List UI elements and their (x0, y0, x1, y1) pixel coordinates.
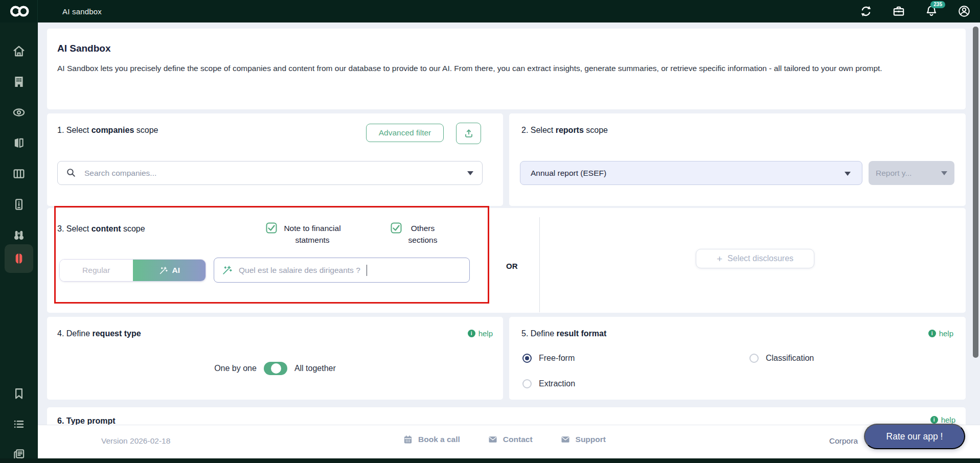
radio-label: Classification (766, 354, 814, 363)
brain-icon (12, 251, 26, 266)
upload-icon (463, 128, 474, 139)
content-scope-title: 3. Select content scope (57, 224, 145, 234)
page-title: AI Sandbox (57, 43, 954, 54)
reports-scope-panel: 2. Select reports scope Annual report (E… (509, 113, 966, 206)
sidebar-item-ai-sandbox-active[interactable] (5, 244, 33, 273)
result-format-panel: 5. Define result format i help Free-form… (509, 317, 966, 400)
ai-mode-button[interactable]: AI (133, 260, 206, 281)
columns-icon (12, 167, 26, 181)
radio-selected-icon[interactable] (522, 354, 532, 363)
advanced-filter-button[interactable]: Advanced filter (366, 124, 444, 142)
home-icon (12, 44, 26, 58)
sidebar-item-companies[interactable] (0, 67, 38, 96)
report-type-value: Annual report (ESEF) (531, 169, 606, 178)
bell-icon[interactable]: 235 (925, 5, 938, 18)
radio-icon[interactable] (522, 379, 532, 388)
sidebar-item-watchlist[interactable] (0, 98, 38, 127)
upload-button[interactable] (456, 123, 481, 144)
checkbox-label: Note to financial statments (281, 222, 344, 246)
content-mode-toggle: Regular AI (59, 259, 206, 282)
sidebar-item-home[interactable] (0, 37, 38, 65)
reports-scope-title: 2. Select reports scope (521, 126, 608, 135)
eye-icon (12, 105, 26, 120)
report-type-select[interactable]: Annual report (ESEF) (520, 161, 862, 185)
topbar-title: AI sandbox (62, 7, 102, 16)
book-a-call-link[interactable]: Book a call (403, 434, 460, 445)
sidebar-item-compare[interactable] (0, 129, 38, 157)
magic-wand-icon (221, 265, 233, 276)
radio-label: Extraction (539, 379, 575, 388)
building-icon (12, 75, 26, 89)
switch-knob[interactable] (271, 363, 281, 374)
checkbox-note-financial[interactable]: Note to financial statments (266, 222, 344, 246)
ai-prompt-text: Quel est le salaire des dirigeants ? (239, 266, 360, 275)
rate-our-app-button[interactable]: Rate our app ! (864, 424, 965, 449)
result-format-title: 5. Define result format (521, 329, 606, 338)
checkbox-label: Others sections (406, 222, 440, 246)
search-companies-input[interactable] (57, 161, 483, 185)
chevron-down-icon[interactable] (467, 171, 473, 175)
result-format-help-link[interactable]: i help (928, 329, 953, 338)
envelope-icon (488, 434, 498, 445)
report-year-value: Report y... (876, 169, 911, 178)
app-logo[interactable] (0, 0, 38, 22)
checkbox-checked-icon[interactable] (266, 222, 277, 234)
or-separator: OR (506, 262, 518, 270)
footer-links: Book a call Contact Support (403, 434, 606, 445)
support-link[interactable]: Support (560, 434, 606, 445)
info-icon: i (930, 416, 938, 424)
footer: Version 2026-02-18 Book a call Contact S… (38, 425, 980, 458)
sidebar-item-list[interactable] (0, 410, 38, 438)
list-icon (12, 417, 26, 431)
content-scope-panel: 3. Select content scope Note to financia… (47, 208, 966, 313)
briefcase-icon[interactable] (892, 5, 905, 18)
user-avatar-icon[interactable] (958, 5, 971, 18)
radio-option-extraction[interactable]: Extraction (522, 379, 575, 388)
search-icon (65, 167, 77, 178)
compare-icon (12, 136, 26, 150)
request-type-help-link[interactable]: i help (468, 329, 493, 338)
tablet-info-icon (12, 197, 26, 212)
envelope-icon (560, 434, 571, 445)
page-header: AI Sandbox AI Sandbox lets you precisely… (47, 29, 966, 109)
companies-scope-panel: 1. Select companies scope Advanced filte… (47, 113, 503, 206)
request-type-title: 4. Define request type (57, 329, 141, 338)
vertical-divider (539, 217, 540, 312)
info-icon: i (928, 330, 936, 337)
text-cursor (367, 265, 368, 276)
sidebar-item-library[interactable] (0, 159, 38, 188)
version-label: Version 2026-02-18 (101, 436, 170, 446)
notification-badge: 235 (930, 1, 945, 8)
request-type-switch[interactable] (264, 362, 287, 375)
sidebar-item-mobile-info[interactable] (0, 190, 38, 219)
ai-content-prompt-input[interactable]: Quel est le salaire des dirigeants ? (214, 258, 470, 283)
calendar-icon (403, 434, 413, 445)
request-type-toggle-row: One by one All together (47, 362, 503, 375)
sidebar-item-bookmarks[interactable] (0, 379, 38, 408)
radio-option-free-form[interactable]: Free-form (522, 354, 575, 363)
corporate-label: Corpora (829, 436, 858, 446)
info-icon: i (468, 330, 475, 337)
contact-link[interactable]: Contact (488, 434, 533, 445)
bookmark-icon (12, 386, 26, 401)
regular-mode-button[interactable]: Regular (60, 260, 133, 281)
chevron-down-icon (941, 171, 947, 175)
toggle-left-label: One by one (214, 364, 257, 373)
bottom-edge-strip (0, 458, 980, 463)
sidebar (0, 22, 38, 463)
company-search (57, 161, 483, 185)
magic-wand-icon (158, 266, 168, 275)
scrollbar[interactable] (973, 27, 978, 358)
checkbox-checked-icon[interactable] (391, 222, 402, 234)
topbar-actions: 235 (859, 0, 971, 22)
radio-label: Free-form (539, 354, 575, 363)
select-disclosures-button[interactable]: + Select disclosures (696, 249, 814, 268)
request-type-panel: 4. Define request type i help One by one… (47, 317, 503, 400)
checkbox-others-sections[interactable]: Others sections (391, 222, 440, 246)
plus-icon: + (717, 254, 722, 264)
radio-icon[interactable] (749, 354, 759, 363)
type-prompt-help-link[interactable]: i help (930, 415, 955, 424)
radio-option-classification[interactable]: Classification (749, 354, 814, 363)
sync-icon[interactable] (859, 5, 873, 18)
report-year-select-disabled[interactable]: Report y... (869, 161, 954, 185)
